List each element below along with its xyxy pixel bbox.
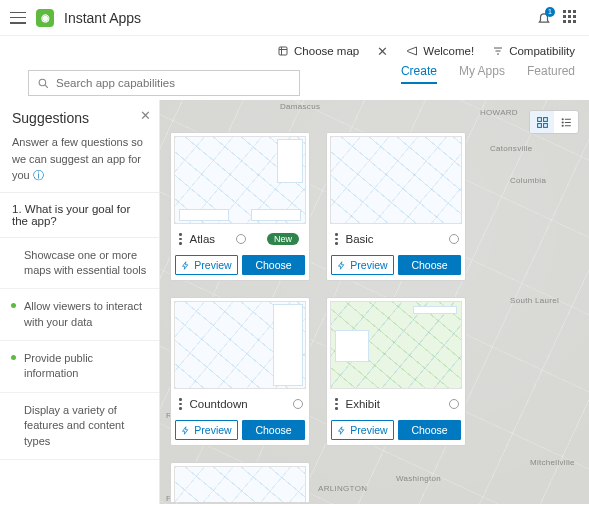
app-card-atlas: Atlas New Preview Choose [170, 132, 310, 281]
tab-create[interactable]: Create [401, 64, 437, 84]
choose-button[interactable]: Choose [242, 255, 305, 275]
view-toggle [529, 110, 579, 134]
app-name: Basic [346, 233, 374, 245]
info-icon[interactable]: ⓘ [33, 169, 44, 181]
map-label: HOWARD [480, 108, 518, 117]
svg-rect-2 [537, 117, 541, 121]
choose-map-label: Choose map [294, 45, 359, 57]
notifications-button[interactable]: 1 [535, 9, 553, 27]
choose-map-button[interactable]: Choose map [277, 45, 359, 57]
sidebar-question: 1. What is your goal for the app? [0, 192, 159, 238]
card-menu-button[interactable] [177, 398, 184, 410]
compatibility-button[interactable]: Compatibility [492, 45, 575, 57]
filter-icon [492, 45, 504, 57]
svg-rect-3 [543, 117, 547, 121]
app-card-countdown: Countdown Preview Choose [170, 297, 310, 446]
app-card-partial [170, 462, 310, 502]
app-thumbnail [330, 301, 462, 389]
sidebar-option[interactable]: Provide public information [0, 341, 159, 393]
svg-rect-0 [279, 47, 287, 55]
app-thumbnail [174, 301, 306, 389]
notification-badge: 1 [545, 7, 555, 17]
card-menu-button[interactable] [333, 233, 340, 245]
app-radio[interactable] [293, 399, 303, 409]
preview-button[interactable]: Preview [175, 255, 238, 275]
app-radio[interactable] [449, 234, 459, 244]
app-switcher-icon[interactable] [563, 10, 579, 26]
app-title: Instant Apps [64, 10, 141, 26]
close-map-button[interactable]: ✕ [377, 44, 388, 59]
sidebar-option[interactable]: Display a variety of features and conten… [0, 393, 159, 460]
grid-view-button[interactable] [530, 111, 554, 133]
choose-button[interactable]: Choose [398, 420, 461, 440]
preview-button[interactable]: Preview [175, 420, 238, 440]
svg-rect-4 [537, 123, 541, 127]
app-thumbnail [174, 466, 306, 502]
announce-icon [406, 45, 418, 57]
tab-featured[interactable]: Featured [527, 64, 575, 84]
svg-point-1 [39, 79, 46, 86]
svg-rect-5 [543, 123, 547, 127]
lightning-icon [181, 426, 190, 435]
app-cards-grid: Atlas New Preview Choose Basic Preview C… [170, 132, 578, 502]
map-icon [277, 45, 289, 57]
sidebar-close-button[interactable]: ✕ [140, 108, 151, 123]
app-name: Atlas [190, 233, 216, 245]
search-box[interactable] [28, 70, 300, 96]
app-radio[interactable] [236, 234, 246, 244]
app-name: Countdown [190, 398, 248, 410]
new-badge: New [267, 233, 299, 245]
search-input[interactable] [56, 77, 291, 89]
compatibility-label: Compatibility [509, 45, 575, 57]
list-view-button[interactable] [554, 111, 578, 133]
menu-icon[interactable] [10, 12, 26, 24]
app-card-exhibit: Exhibit Preview Choose [326, 297, 466, 446]
choose-button[interactable]: Choose [242, 420, 305, 440]
app-thumbnail [330, 136, 462, 224]
grid-view-icon [536, 116, 549, 129]
sidebar-description: Answer a few questions so we can suggest… [12, 136, 143, 181]
app-logo: ◉ [36, 9, 54, 27]
welcome-label: Welcome! [423, 45, 474, 57]
app-thumbnail [174, 136, 306, 224]
search-icon [37, 77, 50, 90]
app-card-basic: Basic Preview Choose [326, 132, 466, 281]
choose-button[interactable]: Choose [398, 255, 461, 275]
preview-button[interactable]: Preview [331, 255, 394, 275]
lightning-icon [181, 261, 190, 270]
lightning-icon [337, 426, 346, 435]
card-menu-button[interactable] [177, 233, 184, 245]
list-view-icon [560, 116, 573, 129]
svg-point-6 [562, 118, 563, 119]
app-name: Exhibit [346, 398, 381, 410]
card-menu-button[interactable] [333, 398, 340, 410]
sidebar-option[interactable]: Showcase one or more maps with essential… [0, 238, 159, 290]
welcome-button[interactable]: Welcome! [406, 45, 474, 57]
map-label: Damascus [280, 102, 320, 111]
svg-point-8 [562, 125, 563, 126]
lightning-icon [337, 261, 346, 270]
app-radio[interactable] [449, 399, 459, 409]
svg-point-7 [562, 121, 563, 122]
sidebar-title: Suggestions [12, 110, 147, 126]
tab-my-apps[interactable]: My Apps [459, 64, 505, 84]
sidebar-option[interactable]: Allow viewers to interact with your data [0, 289, 159, 341]
preview-button[interactable]: Preview [331, 420, 394, 440]
suggestions-sidebar: Suggestions ✕ Answer a few questions so … [0, 100, 160, 504]
